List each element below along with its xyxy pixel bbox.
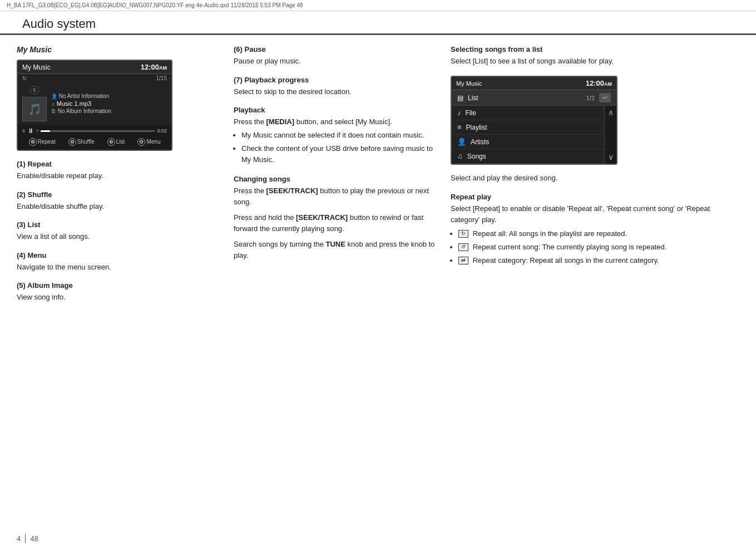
music-list-ui: My Music 12:00AM ▤ List 1/2 ↩	[451, 76, 617, 165]
list-row-file[interactable]: ♪ File	[452, 106, 604, 120]
music-ui-controls: 6 ⏸ 7 0:02 ❶Repeat ❷Shuffle	[18, 125, 171, 150]
item6-body: Pause or play music.	[234, 56, 439, 67]
item-4: (4) Menu Navigate to the menu screen.	[17, 251, 223, 273]
changing-songs-title: Changing songs	[234, 175, 439, 183]
label-7: 7	[36, 129, 38, 134]
music-ui-header: My Music 12:00AM	[18, 61, 171, 74]
album-text: 🖻 No Album Information	[51, 108, 167, 114]
repeat-bullets: ↻ Repeat all: All songs in the playlist …	[458, 228, 739, 266]
list-with-scroll: ♪ File ≡ Playlist 👤 Artists	[452, 106, 616, 164]
item-7: (7) Playback progress Select to skip to …	[234, 76, 439, 97]
label-6: 6	[22, 128, 25, 134]
list-row-list[interactable]: ▤ List 1/2 ↩	[452, 90, 616, 106]
footer-page-num: 4	[17, 535, 21, 543]
playback-bullets: My Music cannot be selected if it does n…	[241, 130, 439, 165]
repeat-all-icon: ↻	[458, 230, 468, 238]
item-3: (3) List View a list of all songs.	[17, 220, 223, 242]
item6-title: (6) Pause	[234, 45, 439, 53]
list-row-songs[interactable]: ♫ Songs	[452, 149, 604, 164]
music-ui-track-counter: 1/15	[156, 75, 167, 81]
file-icon: ♪	[457, 109, 461, 117]
label-5: 5	[30, 86, 39, 95]
btn-shuffle[interactable]: ❷Shuffle	[68, 138, 95, 146]
artist-text: 👤 No Artist Information	[51, 93, 167, 99]
item7-title: (7) Playback progress	[234, 76, 439, 84]
repeat-current-icon: ↺	[458, 243, 468, 251]
item1-title: (1) Repeat	[17, 160, 223, 168]
item5-body: View song info.	[17, 292, 223, 303]
col-mid: (6) Pause Pause or play music. (7) Playb…	[234, 45, 451, 312]
item4-body: Navigate to the menu screen.	[17, 262, 223, 273]
item4-title: (4) Menu	[17, 251, 223, 259]
changing-songs-body1: Press the [SEEK/TRACK] button to play th…	[234, 185, 439, 208]
playback-title: Playback	[234, 106, 439, 114]
playlist-icon: ≡	[457, 123, 462, 131]
footer-page-num2: 48	[30, 535, 38, 543]
item3-title: (3) List	[17, 220, 223, 229]
item2-title: (2) Shuffle	[17, 190, 223, 199]
item7-body: Select to skip to the desired location.	[234, 86, 439, 97]
changing-songs-body3: Search songs by turning the TUNE knob an…	[234, 239, 439, 261]
music-ui-buttons: ❶Repeat ❷Shuffle ❸List ❹Menu	[22, 136, 167, 148]
page-title: Audio system	[22, 17, 96, 31]
songs-icon: ♫	[457, 152, 463, 160]
selecting-songs-section: Selecting songs from a list Select [List…	[451, 45, 739, 67]
tune-label: TUNE	[326, 240, 345, 248]
item-5: (5) Album Image View song info.	[17, 281, 223, 303]
page-footer: 4 48	[17, 534, 38, 543]
scroll-up[interactable]: ∧	[608, 108, 614, 117]
item1-body: Enable/disable repeat play.	[17, 170, 223, 182]
page-title-area: Audio system	[0, 11, 756, 35]
file-info-text: H_BA 17FL_G3.0B[ECO_EG],G4.0B[EG]AUDIO_N…	[7, 2, 303, 8]
bullet-2: Check the content of your USB drive befo…	[241, 143, 439, 165]
my-music-title: My Music	[17, 45, 223, 54]
bullet-1: My Music cannot be selected if it does n…	[241, 130, 439, 141]
item-6: (6) Pause Pause or play music.	[234, 45, 439, 67]
progress-time: 0:02	[157, 128, 167, 134]
list-icon: ▤	[457, 94, 463, 102]
changing-songs-section: Changing songs Press the [SEEK/TRACK] bu…	[234, 175, 439, 262]
item5-title: (5) Album Image	[17, 281, 223, 290]
scroll-col: ∧ ∨	[604, 106, 616, 164]
item3-body: View a list of all songs.	[17, 231, 223, 242]
repeat-bullet-2: ↺ Repeat current song: The currently pla…	[458, 242, 739, 253]
music-ui-time-display: 12:00AM	[141, 63, 167, 71]
music-ui-mockup: My Music 12:00AM ↻ 1/15 5 🎵 👤	[17, 60, 172, 151]
playback-section: Playback Press the [MEDIA] button, and s…	[234, 106, 439, 166]
changing-songs-body2: Press and hold the [SEEK/TRACK] button t…	[234, 212, 439, 234]
music-ui-body: 5 🎵 👤 No Artist Information ♫ Music 1.mp…	[18, 82, 171, 125]
btn-list[interactable]: ❸List	[107, 138, 125, 146]
list-rows: ♪ File ≡ Playlist 👤 Artists	[452, 106, 604, 164]
select-play-body: Select and play the desired song.	[451, 173, 739, 184]
progress-fill	[41, 130, 50, 132]
music-list-title: My Music	[456, 80, 482, 87]
btn-repeat[interactable]: ❶Repeat	[29, 138, 56, 146]
item-1: (1) Repeat Enable/disable repeat play.	[17, 160, 223, 182]
artists-icon: 👤	[457, 138, 466, 146]
btn-menu[interactable]: ❹Menu	[137, 138, 160, 146]
progress-bar[interactable]	[41, 130, 155, 132]
media-btn-label: [MEDIA]	[266, 117, 295, 126]
music-list-header: My Music 12:00AM	[452, 77, 616, 90]
music-ui-info: 👤 No Artist Information ♫ Music 1.mp3 🖻 …	[51, 93, 167, 114]
list-row-artists[interactable]: 👤 Artists	[452, 135, 604, 149]
repeat-play-title: Repeat play	[451, 193, 739, 201]
repeat-bullet-1: ↻ Repeat all: All songs in the playlist …	[458, 228, 739, 239]
seektrack-label2: [SEEK/TRACK]	[296, 213, 348, 222]
back-btn[interactable]: ↩	[599, 93, 611, 102]
music-list-time: 12:00AM	[586, 79, 612, 87]
col-left: My Music My Music 12:00AM ↻ 1/15 5 🎵	[17, 45, 234, 312]
repeat-play-body: Select [Repeat] to enable or disable 'Re…	[451, 203, 739, 225]
music-ui-repeat-indicator: ↻	[22, 75, 27, 81]
scroll-down[interactable]: ∨	[608, 153, 614, 161]
footer-divider	[25, 534, 26, 543]
list-row-playlist[interactable]: ≡ Playlist	[452, 120, 604, 135]
item2-body: Enable/disable shuffle play.	[17, 201, 223, 212]
seektrack-label1: [SEEK/TRACK]	[266, 187, 318, 195]
file-meta: H_BA 17FL_G3.0B[ECO_EG],G4.0B[EG]AUDIO_N…	[0, 0, 756, 11]
repeat-bullet-3: ⇄ Repeat category: Repeat all songs in t…	[458, 255, 739, 266]
repeat-category-icon: ⇄	[458, 257, 468, 264]
selecting-songs-body: Select [List] to see a list of songs ava…	[451, 56, 739, 67]
selecting-songs-title: Selecting songs from a list	[451, 45, 739, 53]
repeat-play-section: Repeat play Select [Repeat] to enable or…	[451, 193, 739, 266]
